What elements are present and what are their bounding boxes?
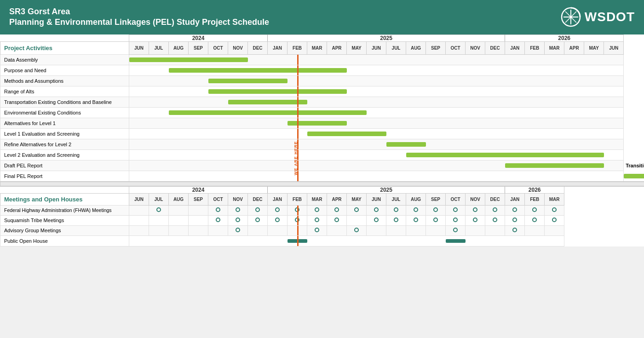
row-fhwa: Federal Highway Administration (FHWA) Me… (0, 205, 644, 215)
row-refine-alts: Refine Alternatives for Level 2 (0, 139, 644, 149)
today-line-4 (297, 86, 299, 97)
section1-label: Project Activities (0, 41, 129, 54)
title-line2: Planning & Environmental Linkages (PEL) … (9, 17, 269, 28)
month-nov24: NOV (228, 41, 248, 54)
year-2026: 2026 (505, 34, 624, 41)
dot-fhwa-aug25 (406, 205, 426, 215)
bar-refine-alts (386, 142, 426, 147)
dot-adv-nov24 (228, 225, 248, 235)
dot-suq-oct25 (446, 215, 466, 225)
wsdot-icon (561, 7, 581, 27)
month-jun25: JUN (367, 41, 386, 54)
month-oct25: OCT (446, 41, 466, 54)
month-jan25: JAN (268, 41, 288, 54)
label-draft-pel: Draft PEL Report (0, 160, 129, 171)
meet-year-2024: 2024 (129, 186, 268, 194)
bar-level1-eval (307, 132, 386, 136)
row-env-conditions: Environmental Existing Conditions (0, 107, 644, 118)
dot-suq-aug25 (406, 215, 426, 225)
label-level1-eval: Level 1 Evaluation and Screening (0, 128, 129, 139)
month-mar25: MAR (307, 41, 327, 54)
today-line-10 (297, 150, 299, 160)
dot-suq-jun25 (367, 215, 386, 225)
section2-header-row: Meetings and Open Houses JUN JUL AUG SEP… (0, 193, 644, 205)
dot-fhwa-mar26 (545, 205, 564, 215)
month-jul25: JUL (386, 41, 406, 54)
bar-draft-pel (505, 163, 604, 168)
year-2025: 2025 (268, 34, 505, 41)
month-dec24: DEC (248, 41, 268, 54)
bar-env-conditions (169, 110, 367, 115)
dot-suq-feb26 (525, 215, 545, 225)
row-open-house: Public Open House (0, 235, 644, 246)
label-suquamish: Suquamish Tribe Meetings (0, 215, 129, 225)
page: SR3 Gorst Area Planning & Environmental … (0, 0, 644, 246)
label-purpose-need: Purpose and Need (0, 65, 129, 75)
dot-fhwa-dec24 (248, 205, 268, 215)
label-level2-eval: Level 2 Evaluation and Screening (0, 149, 129, 160)
meetings-year-header-row: 2024 2025 2026 (0, 186, 644, 194)
dot-adv-oct25 (446, 225, 466, 235)
month-aug24: AUG (169, 41, 189, 54)
dot-suq-apr25 (327, 215, 347, 225)
row-draft-pel: Draft PEL Report (0, 160, 644, 171)
row-methods: Methods and Assumptions (0, 75, 644, 86)
label-env-conditions: Environmental Existing Conditions (0, 107, 129, 118)
label-refine-alts: Refine Alternatives for Level 2 (0, 139, 129, 149)
dot-fhwa-dec25 (485, 205, 505, 215)
today-line-3 (297, 76, 299, 86)
dot-fhwa-oct24 (208, 205, 228, 215)
month-may25: MAY (347, 41, 367, 54)
header-title: SR3 Gorst Area Planning & Environmental … (9, 6, 269, 28)
dot-fhwa-nov25 (466, 205, 485, 215)
dot-fhwa-sep25 (426, 205, 446, 215)
today-line-5 (297, 97, 299, 107)
month-jul24: JUL (149, 41, 169, 54)
month-oct24: OCT (208, 41, 228, 54)
title-line1: SR3 Gorst Area (9, 6, 269, 17)
month-apr26: APR (564, 41, 584, 54)
meet-year-2025: 2025 (268, 186, 505, 194)
bar-openhouse-2 (446, 239, 466, 243)
row-purpose-need: Purpose and Need (0, 65, 644, 75)
dot-adv-may25 (347, 225, 367, 235)
month-feb25: FEB (288, 41, 307, 54)
month-jan26: JAN (505, 41, 525, 54)
row-level2-eval: Level 2 Evaluation and Screening Transit… (0, 149, 644, 160)
today-line-1: WE ARE HERE (297, 55, 299, 65)
row-suquamish: Suquamish Tribe Meetings (0, 215, 644, 225)
month-aug25: AUG (406, 41, 426, 54)
dot-suq-nov24 (228, 215, 248, 225)
month-jun24: JUN (129, 41, 149, 54)
month-sep25: SEP (426, 41, 446, 54)
label-open-house: Public Open House (0, 235, 129, 246)
section2-label: Meetings and Open Houses (0, 193, 129, 205)
dot-suq-jul25 (386, 215, 406, 225)
row-alts-level1: Alternatives for Level 1 (0, 118, 644, 128)
bar-data-assembly (129, 57, 248, 62)
month-may26: MAY (584, 41, 604, 54)
wsdot-text: WSDOT (585, 10, 635, 24)
dot-fhwa-oct25 (446, 205, 466, 215)
label-transport: Transportation Existing Conditions and B… (0, 97, 129, 107)
bar-final-pel (624, 174, 644, 178)
bar-methods (208, 79, 288, 83)
header: SR3 Gorst Area Planning & Environmental … (0, 0, 644, 34)
dot-suq-mar25 (307, 215, 327, 225)
month-jun26: JUN (604, 41, 624, 54)
dot-fhwa-may25 (347, 205, 367, 215)
dot-suq-feb25 (288, 215, 307, 225)
dot-adv-jan26 (505, 225, 525, 235)
label-methods: Methods and Assumptions (0, 75, 129, 86)
dot-fhwa-nov24 (228, 205, 248, 215)
year-header-row: 2024 2025 2026 (0, 34, 644, 41)
dot-suq-jan26 (505, 215, 525, 225)
dot-suq-nov25 (466, 215, 485, 225)
dot-suq-mar26 (545, 215, 564, 225)
month-sep24: SEP (189, 41, 208, 54)
label-alts-level1: Alternatives for Level 1 (0, 118, 129, 128)
dot-fhwa-feb25 (288, 205, 307, 215)
dot-fhwa-jan25 (268, 205, 288, 215)
today-line-fhwa (297, 206, 299, 215)
today-line-12 (297, 171, 299, 181)
